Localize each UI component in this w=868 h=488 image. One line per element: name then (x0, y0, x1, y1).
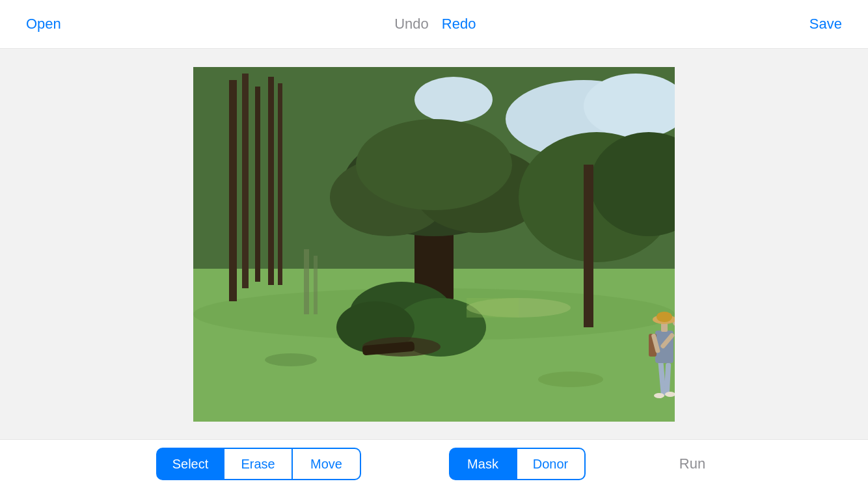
svg-rect-10 (268, 77, 274, 285)
svg-rect-24 (467, 298, 519, 318)
svg-rect-8 (242, 74, 249, 288)
select-button[interactable]: Select (156, 448, 224, 480)
svg-rect-7 (229, 80, 237, 301)
save-button[interactable]: Save (809, 16, 842, 33)
main-area (0, 49, 868, 439)
bottom-toolbar: Select Erase Move Mask Donor Run (0, 439, 868, 488)
svg-rect-19 (584, 165, 593, 327)
tool-group-left: Select Erase Move (156, 448, 361, 480)
scene-svg (193, 67, 675, 422)
svg-point-36 (657, 312, 672, 322)
svg-rect-38 (314, 256, 318, 314)
toolbar-left: Open (26, 16, 61, 33)
svg-point-39 (265, 353, 317, 366)
run-button[interactable]: Run (673, 455, 712, 472)
donor-button[interactable]: Donor (517, 448, 586, 480)
svg-rect-11 (278, 83, 282, 285)
toolbar-right: Save (809, 16, 842, 33)
move-button[interactable]: Move (293, 448, 361, 480)
top-toolbar: Open Undo Redo Save (0, 0, 868, 49)
svg-rect-37 (304, 249, 309, 314)
svg-rect-34 (661, 323, 668, 332)
toolbar-center: Undo Redo (394, 16, 476, 33)
open-button[interactable]: Open (26, 16, 61, 33)
undo-button[interactable]: Undo (394, 16, 429, 33)
svg-rect-9 (255, 87, 260, 282)
redo-button[interactable]: Redo (442, 16, 476, 33)
svg-point-27 (654, 393, 664, 398)
tool-group-right: Mask Donor (449, 448, 586, 480)
svg-point-16 (356, 119, 512, 210)
image-canvas[interactable] (193, 67, 675, 422)
svg-point-4 (414, 77, 493, 122)
svg-point-40 (538, 372, 603, 387)
erase-button[interactable]: Erase (224, 448, 293, 480)
mask-button[interactable]: Mask (449, 448, 517, 480)
